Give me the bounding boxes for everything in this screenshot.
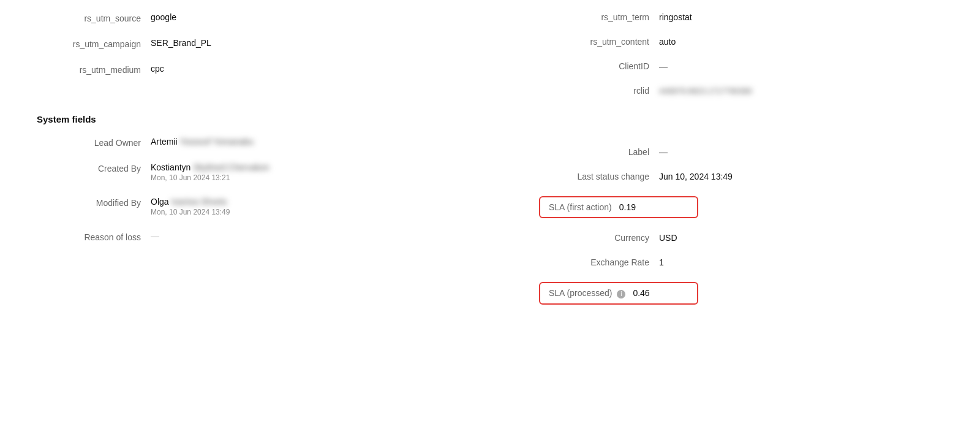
field-label: SLA (first action) (549, 202, 612, 212)
field-row: rs_utm_medium cpc (37, 64, 441, 75)
highlighted-field-box: SLA (processed) i0.46 (539, 282, 698, 305)
field-value: 449979.9923.1717790390 (659, 86, 752, 96)
right-field-row: Exchange Rate 1 (539, 257, 943, 267)
field-value: 0.46 (633, 288, 649, 298)
left-column: rs_utm_source google rs_utm_campaign SER… (37, 12, 490, 319)
highlighted-field-wrapper: SLA (processed) i0.46 (539, 282, 943, 305)
field-label: Modified By (37, 197, 141, 208)
field-value: auto (659, 37, 676, 47)
field-label: Created By (37, 162, 141, 173)
field-label: Reason of loss (37, 231, 141, 242)
field-row: rs_utm_source google (37, 12, 441, 23)
field-value-sub: Mon, 10 Jun 2024 13:21 (151, 173, 270, 182)
field-row: Created By Kostiantyn Skylined Chervakon… (37, 162, 441, 182)
field-value-sub: Mon, 10 Jun 2024 13:49 (151, 208, 230, 216)
field-value-blurred: Ivaniva Shvets (171, 197, 227, 207)
field-label: rs_utm_source (37, 12, 141, 23)
field-value-blurred: Yooooof Yomanabu (179, 137, 254, 146)
field-label: rs_utm_content (539, 37, 649, 47)
field-label: rs_utm_campaign (37, 38, 141, 49)
field-value-first: Artemii (151, 137, 179, 146)
field-label: rs_utm_term (539, 12, 649, 22)
field-value: google (151, 12, 441, 22)
page-container: rs_utm_source google rs_utm_campaign SER… (0, 0, 980, 445)
right-system-fields-section: Label — Last status change Jun 10, 2024 … (539, 147, 943, 305)
info-icon[interactable]: i (617, 290, 625, 299)
highlighted-field-box: SLA (first action)0.19 (539, 196, 698, 218)
field-label: Currency (539, 233, 649, 243)
field-value-first: Kostiantyn (151, 162, 193, 172)
field-value: — (151, 231, 159, 241)
field-label: Last status change (539, 172, 649, 181)
field-value: USD (659, 233, 677, 243)
field-value: — (659, 147, 668, 157)
field-value: — (659, 61, 668, 71)
field-label: SLA (processed) i (549, 288, 625, 299)
right-field-row: Label — (539, 147, 943, 157)
right-field-row: ClientID — (539, 61, 943, 71)
right-field-row: rs_utm_term ringostat (539, 12, 943, 22)
field-label: rs_utm_medium (37, 64, 141, 75)
left-utm-section: rs_utm_source google rs_utm_campaign SER… (37, 12, 441, 75)
field-value: 0.19 (619, 202, 636, 212)
system-fields-title: System fields (37, 114, 441, 124)
field-value: SER_Brand_PL (151, 38, 441, 48)
field-value: Jun 10, 2024 13:49 (659, 172, 733, 181)
field-value: 1 (659, 257, 664, 267)
two-column-layout: rs_utm_source google rs_utm_campaign SER… (37, 12, 943, 319)
field-row: Modified By Olga Ivaniva Shvets Mon, 10 … (37, 197, 441, 216)
field-value: ringostat (659, 12, 692, 22)
right-field-row: rclid 449979.9923.1717790390 (539, 86, 943, 96)
field-label: rclid (539, 86, 649, 96)
field-label: Exchange Rate (539, 257, 649, 267)
field-label: Lead Owner (37, 137, 141, 148)
field-row: Reason of loss — (37, 231, 441, 242)
right-column: rs_utm_term ringostat rs_utm_content aut… (490, 12, 943, 319)
field-value-blurred: Skylined Chervakon (193, 162, 270, 172)
field-label: ClientID (539, 61, 649, 71)
right-field-row: Last status change Jun 10, 2024 13:49 (539, 172, 943, 181)
left-system-fields-section: Lead Owner Artemii Yooooof Yomanabu Crea… (37, 137, 441, 242)
field-label: Label (539, 147, 649, 157)
field-row: Lead Owner Artemii Yooooof Yomanabu (37, 137, 441, 148)
field-value-first: Olga (151, 197, 171, 207)
right-utm-section: rs_utm_term ringostat rs_utm_content aut… (539, 12, 943, 96)
right-field-row: Currency USD (539, 233, 943, 243)
field-value: cpc (151, 64, 441, 74)
field-row: rs_utm_campaign SER_Brand_PL (37, 38, 441, 49)
highlighted-field-wrapper: SLA (first action)0.19 (539, 196, 943, 218)
right-field-row: rs_utm_content auto (539, 37, 943, 47)
